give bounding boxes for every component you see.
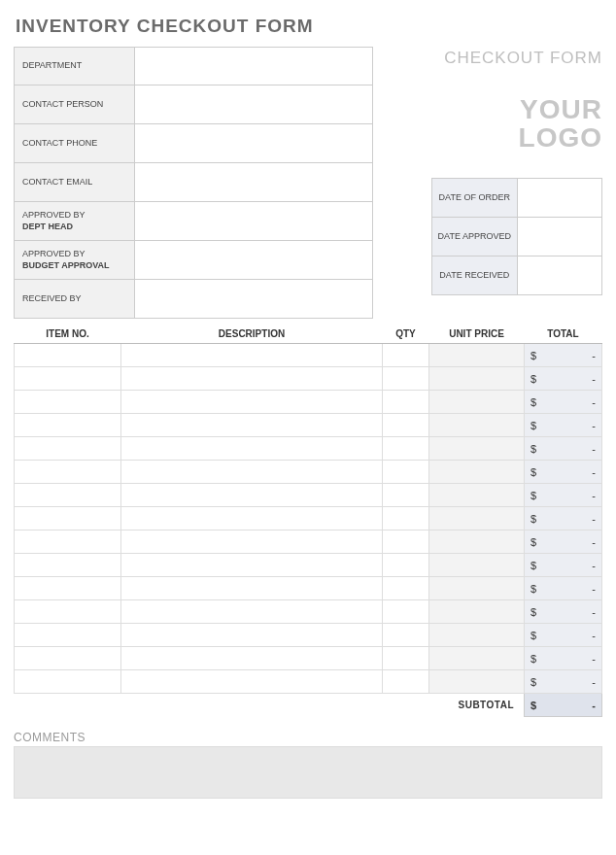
info-fields: DEPARTMENTCONTACT PERSONCONTACT PHONECON… — [14, 47, 373, 319]
date-field-label: DATE APPROVED — [432, 217, 518, 256]
date-field-input[interactable] — [517, 178, 602, 217]
cell-qty[interactable] — [383, 484, 429, 507]
cell-total: $- — [525, 507, 602, 530]
cell-description[interactable] — [121, 624, 383, 647]
date-field-input[interactable] — [517, 256, 602, 294]
cell-item-no[interactable] — [15, 437, 121, 461]
info-field-input[interactable] — [135, 86, 372, 123]
cell-item-no[interactable] — [15, 530, 121, 554]
cell-item-no[interactable] — [15, 507, 121, 530]
cell-description[interactable] — [121, 554, 383, 577]
cell-description[interactable] — [121, 437, 383, 461]
info-field-input[interactable] — [135, 48, 372, 85]
info-field-label: CONTACT PHONE — [15, 124, 135, 162]
cell-item-no[interactable] — [15, 624, 121, 647]
cell-item-no[interactable] — [15, 484, 121, 507]
cell-unit-price[interactable] — [429, 554, 525, 577]
header-unit-price: UNIT PRICE — [429, 326, 525, 344]
cell-total: $- — [525, 437, 602, 461]
cell-qty[interactable] — [383, 577, 429, 600]
cell-qty[interactable] — [383, 647, 429, 670]
cell-description[interactable] — [121, 344, 383, 367]
cell-qty[interactable] — [383, 344, 429, 367]
cell-description[interactable] — [121, 414, 383, 437]
cell-item-no[interactable] — [15, 414, 121, 437]
cell-qty[interactable] — [383, 414, 429, 437]
info-field-input[interactable] — [135, 202, 372, 240]
cell-qty[interactable] — [383, 507, 429, 530]
table-row: $- — [15, 647, 602, 670]
cell-description[interactable] — [121, 577, 383, 600]
cell-description[interactable] — [121, 647, 383, 670]
cell-unit-price[interactable] — [429, 577, 525, 600]
cell-description[interactable] — [121, 670, 383, 694]
cell-description[interactable] — [121, 530, 383, 554]
cell-description[interactable] — [121, 391, 383, 414]
info-field-row: CONTACT EMAIL — [14, 163, 373, 202]
table-row: $- — [15, 600, 602, 624]
cell-qty[interactable] — [383, 600, 429, 624]
cell-description[interactable] — [121, 484, 383, 507]
cell-item-no[interactable] — [15, 577, 121, 600]
cell-description[interactable] — [121, 461, 383, 484]
cell-item-no[interactable] — [15, 391, 121, 414]
subtotal-label: SUBTOTAL — [15, 694, 525, 717]
subtitle: CHECKOUT FORM — [431, 49, 602, 68]
comments-label: COMMENTS — [14, 731, 602, 744]
comments-input[interactable] — [14, 746, 602, 799]
cell-unit-price[interactable] — [429, 647, 525, 670]
cell-total: $- — [525, 554, 602, 577]
header-qty: QTY — [383, 326, 429, 344]
header-description: DESCRIPTION — [121, 326, 383, 344]
info-field-input[interactable] — [135, 124, 372, 162]
cell-unit-price[interactable] — [429, 367, 525, 391]
info-field-label: APPROVED BYBUDGET APPROVAL — [15, 241, 135, 279]
cell-item-no[interactable] — [15, 554, 121, 577]
cell-item-no[interactable] — [15, 600, 121, 624]
cell-unit-price[interactable] — [429, 484, 525, 507]
info-field-row: CONTACT PERSON — [14, 86, 373, 124]
info-field-label: DEPARTMENT — [15, 48, 135, 85]
table-row: $- — [15, 344, 602, 367]
cell-description[interactable] — [121, 367, 383, 391]
cell-item-no[interactable] — [15, 344, 121, 367]
info-field-input[interactable] — [135, 163, 372, 201]
cell-item-no[interactable] — [15, 461, 121, 484]
cell-total: $- — [525, 577, 602, 600]
cell-unit-price[interactable] — [429, 530, 525, 554]
cell-qty[interactable] — [383, 437, 429, 461]
cell-qty[interactable] — [383, 554, 429, 577]
logo-placeholder: YOUR LOGO — [431, 95, 602, 153]
cell-total: $- — [525, 670, 602, 694]
date-field-input[interactable] — [517, 217, 602, 256]
cell-unit-price[interactable] — [429, 344, 525, 367]
cell-qty[interactable] — [383, 530, 429, 554]
cell-qty[interactable] — [383, 670, 429, 694]
cell-qty[interactable] — [383, 461, 429, 484]
info-field-row: RECEIVED BY — [14, 280, 373, 319]
cell-unit-price[interactable] — [429, 600, 525, 624]
table-row: $- — [15, 670, 602, 694]
cell-unit-price[interactable] — [429, 461, 525, 484]
cell-qty[interactable] — [383, 391, 429, 414]
cell-unit-price[interactable] — [429, 391, 525, 414]
info-field-row: APPROVED BYDEPT HEAD — [14, 202, 373, 241]
cell-qty[interactable] — [383, 367, 429, 391]
cell-item-no[interactable] — [15, 367, 121, 391]
cell-description[interactable] — [121, 507, 383, 530]
date-fields: DATE OF ORDERDATE APPROVEDDATE RECEIVED — [431, 178, 602, 295]
cell-unit-price[interactable] — [429, 437, 525, 461]
cell-total: $- — [525, 484, 602, 507]
date-field-label: DATE OF ORDER — [432, 178, 518, 217]
cell-unit-price[interactable] — [429, 414, 525, 437]
cell-item-no[interactable] — [15, 647, 121, 670]
info-field-input[interactable] — [135, 241, 372, 279]
info-field-input[interactable] — [135, 280, 372, 318]
cell-description[interactable] — [121, 600, 383, 624]
info-field-label: RECEIVED BY — [15, 280, 135, 318]
cell-item-no[interactable] — [15, 670, 121, 694]
cell-unit-price[interactable] — [429, 624, 525, 647]
cell-qty[interactable] — [383, 624, 429, 647]
cell-unit-price[interactable] — [429, 507, 525, 530]
cell-unit-price[interactable] — [429, 670, 525, 694]
